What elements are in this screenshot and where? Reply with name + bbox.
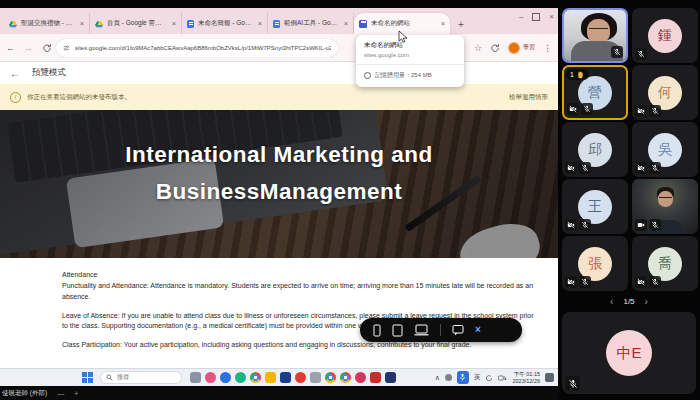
restore-icon[interactable] [532, 13, 540, 21]
presenter-name: 使硯老師 (外部) [2, 389, 47, 398]
browser-tab-2[interactable]: 首頁 - Google 雲端硬碟 × [90, 13, 182, 34]
camera-off-icon [635, 276, 647, 288]
strip-minimize-icon[interactable]: — [57, 390, 64, 397]
tab-close-icon[interactable]: × [441, 20, 445, 27]
profile-label: 學習 [523, 43, 535, 52]
participant-tile[interactable]: 張 [562, 236, 628, 291]
tab-title: 範例AI工具 - Google 簡報 [284, 19, 340, 28]
folder-icon[interactable] [265, 372, 276, 383]
language-indicator[interactable]: 英 [474, 373, 481, 382]
phone-preview-icon[interactable] [373, 324, 381, 337]
app-icon-navy[interactable] [280, 372, 291, 383]
preview-mode-label: 預覽模式 [32, 67, 66, 79]
url-text: sites.google.com/d/1fo9MAc7abbCEAwvAap6B… [75, 45, 331, 51]
app-icon-teal[interactable] [235, 372, 246, 383]
mic-muted-icon [649, 219, 661, 231]
report-abuse-link[interactable]: 檢舉濫用情形 [509, 93, 548, 102]
tray-sync-icon[interactable] [485, 374, 493, 382]
taskbar-clock[interactable]: 下午 01:15 2023/12/26 [512, 371, 540, 385]
participant-tile-self-video[interactable] [562, 8, 628, 63]
tab-close-icon[interactable]: × [172, 20, 176, 27]
camera-icon [635, 219, 647, 231]
divider [440, 324, 441, 336]
next-page-icon[interactable]: › [645, 296, 648, 307]
chrome-profile2-icon[interactable] [325, 372, 336, 383]
mic-muted-icon [565, 376, 580, 391]
app-icon-grey[interactable] [310, 372, 321, 383]
participant-tile-hand-raised[interactable]: 1 營 [562, 65, 628, 120]
site-settings-icon[interactable] [63, 44, 70, 52]
participant-tile[interactable]: 邱 [562, 122, 628, 177]
tray-eye-icon[interactable] [445, 374, 452, 381]
participant-tile[interactable]: 鍾 [632, 8, 698, 63]
tray-battery-network-icon[interactable] [498, 374, 507, 382]
device-preview-toolbar: × [360, 318, 522, 342]
feedback-icon[interactable] [452, 324, 464, 336]
camera-off-icon [565, 162, 577, 174]
tray-chevron-icon[interactable]: ∧ [435, 374, 440, 382]
camera-off-icon [635, 105, 647, 117]
featured-participant-tile[interactable]: 中E [562, 312, 696, 394]
participant-tile[interactable]: 王 [562, 179, 628, 234]
page-title-line2: BusinessManagement [0, 173, 558, 210]
browser-tab-3[interactable]: 未命名簡報 - Google 簡報 × [182, 13, 268, 34]
taskbar-search[interactable]: 搜尋 [100, 371, 182, 384]
participant-tile[interactable]: 何 [632, 65, 698, 120]
browser-tab-4[interactable]: 範例AI工具 - Google 簡報 × [268, 13, 354, 34]
participant-tile-video-man[interactable] [632, 179, 698, 234]
chrome-profile3-icon[interactable] [340, 372, 351, 383]
participants-panel: 鍾 1 營 何 邱 [558, 0, 700, 400]
pin-app-icon[interactable] [370, 372, 381, 383]
close-preview-icon[interactable]: × [475, 325, 481, 335]
chrome-icon[interactable] [250, 372, 261, 383]
reload-icon[interactable] [42, 43, 52, 53]
app-icon-darkblue[interactable] [385, 372, 396, 383]
browser-tab-1[interactable]: 聖誕交換禮物 - Google 簡報 × [4, 13, 90, 34]
tab-close-icon[interactable]: × [344, 20, 348, 27]
search-placeholder: 搜尋 [117, 373, 129, 382]
camera-off-icon [565, 276, 577, 288]
mouse-cursor [398, 30, 409, 44]
tab-title: 首頁 - Google 雲端硬碟 [107, 19, 168, 28]
taskbar-apps [190, 372, 396, 383]
tablet-preview-icon[interactable] [392, 324, 403, 337]
start-button-icon[interactable] [82, 372, 93, 383]
tab-hover-tooltip: 未命名的網站 sites.google.com 記憶體用量：254 MB [356, 35, 464, 87]
search-icon [106, 374, 113, 381]
notification-badge[interactable] [545, 373, 554, 382]
profile-chip[interactable]: 學習 [508, 42, 535, 54]
sync-icon[interactable] [490, 43, 500, 53]
new-tab-button[interactable]: + [458, 19, 464, 30]
file-explorer-icon[interactable] [190, 372, 201, 383]
close-icon[interactable]: × [549, 12, 554, 21]
desktop-preview-icon[interactable] [414, 324, 429, 336]
back-icon[interactable]: ← [6, 43, 15, 53]
tab-close-icon[interactable]: × [80, 20, 84, 27]
participant-tile[interactable]: 喬 [632, 236, 698, 291]
strip-zoom-icon[interactable]: + [74, 390, 78, 397]
tab-close-icon[interactable]: × [258, 20, 262, 27]
app-icon-pink[interactable] [205, 372, 216, 383]
app-icon-blue[interactable] [220, 372, 231, 383]
drive-icon [9, 20, 17, 28]
exit-preview-icon[interactable]: ← [10, 68, 20, 79]
app-icon-crimson[interactable] [355, 372, 366, 383]
prev-page-icon[interactable]: ‹ [610, 296, 613, 307]
avatar: 鍾 [648, 19, 682, 53]
camera-off-icon [567, 103, 579, 115]
tab-title: 聖誕交換禮物 - Google 簡報 [21, 19, 76, 28]
participant-tile[interactable]: 吳 [632, 122, 698, 177]
person-glasses-shape [659, 197, 672, 202]
attendance-heading: Attendance [62, 270, 536, 281]
browser-menu-icon[interactable]: ⋮ [543, 43, 552, 53]
page-title: International Marketing and BusinessMana… [0, 136, 558, 210]
tray-mic-active-icon[interactable] [457, 371, 469, 384]
page-indicator: 1/5 [623, 297, 634, 306]
forward-icon[interactable]: → [24, 43, 33, 53]
address-bar[interactable]: sites.google.com/d/1fo9MAc7abbCEAwvAap6B… [56, 39, 338, 57]
tab-title: 未命名簡報 - Google 簡報 [198, 19, 254, 28]
bookmark-star-icon[interactable]: ☆ [474, 43, 482, 53]
app-icon-red[interactable] [295, 372, 306, 383]
toolbar-right-icons: ☆ 學習 ⋮ [474, 42, 552, 54]
minimize-icon[interactable]: – [519, 12, 523, 21]
